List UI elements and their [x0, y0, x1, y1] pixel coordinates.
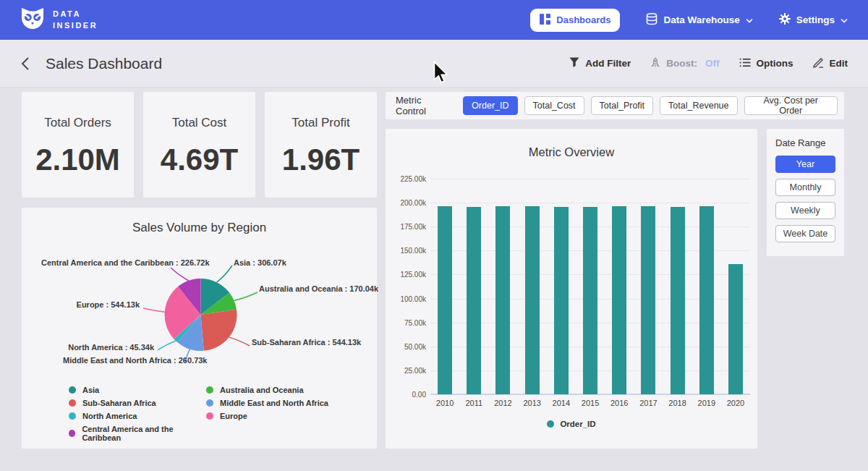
edit-button[interactable]: Edit	[813, 57, 848, 70]
y-tick-label: 225.00k	[400, 175, 426, 183]
pie-callout-sub-saharan-africa: Sub-Saharan Africa : 544.13k	[252, 338, 361, 347]
bar-slot	[634, 179, 663, 394]
rocket-icon	[650, 57, 660, 70]
options-button[interactable]: Options	[739, 58, 793, 69]
pie-callout-north-america: North America : 45.34k	[68, 343, 154, 352]
y-tick-label: 150.00k	[400, 247, 426, 255]
bar-chart-y-axis: 225.00k200.00k175.00k150.00k125.00k100.0…	[386, 179, 426, 394]
kpi-total-orders: Total Orders 2.10M	[22, 92, 134, 198]
y-tick-label: 50.00k	[404, 342, 426, 350]
brand-logo[interactable]: DATA INSIDER	[20, 7, 98, 33]
kpi-value: 1.96T	[265, 143, 377, 177]
pie-leader-line	[217, 266, 232, 282]
bar-chart-title: Metric Overview	[386, 145, 757, 159]
y-tick-label: 125.00k	[400, 271, 426, 279]
bar-2010[interactable]	[438, 206, 452, 394]
metric-control-bar: Metric Control Order_IDTotal_CostTotal_P…	[386, 92, 844, 119]
nav-dashboards-label: Dashboards	[556, 14, 610, 25]
metric-chip-avg-cost-per-order[interactable]: Avg. Cost per Order	[744, 96, 838, 115]
pie-callout-australia-oceania: Australia and Oceania : 170.04k	[259, 284, 378, 293]
nav-data-warehouse[interactable]: Data Warehouse	[646, 13, 752, 27]
x-tick-label: 2014	[547, 399, 576, 407]
metric-chip-order-id[interactable]: Order_ID	[463, 96, 517, 115]
bar-chart-legend: Order_ID	[386, 420, 757, 428]
legend-label: Central America and the Caribbean	[82, 425, 206, 442]
x-tick-label: 2010	[430, 399, 459, 407]
bar-2019[interactable]	[699, 206, 714, 394]
legend-dot	[69, 412, 76, 420]
pie-slice-sub-saharan-africa[interactable]	[201, 310, 237, 351]
kpi-value: 2.10M	[22, 143, 134, 177]
kpi-label: Total Cost	[143, 116, 255, 130]
pie-leader-line	[234, 292, 258, 301]
add-filter-button[interactable]: Add Filter	[569, 57, 631, 69]
bar-slot	[547, 179, 576, 394]
chevron-down-icon	[746, 14, 753, 25]
bar-2020[interactable]	[728, 264, 743, 394]
pie-legend-item-middle-east-and-north-africa[interactable]: Middle East and North Africa	[206, 399, 328, 407]
page-title: Sales Dashboard	[46, 55, 162, 72]
legend-dot	[206, 412, 213, 420]
legend-dot	[69, 399, 76, 407]
bar-slot	[430, 179, 459, 394]
legend-dot	[206, 399, 213, 407]
date-range-weekly[interactable]: Weekly	[775, 202, 835, 219]
metric-chip-total-profit[interactable]: Total_Profit	[591, 96, 654, 115]
brand-name: DATA INSIDER	[53, 9, 98, 32]
date-range-label: Date Range	[775, 137, 835, 148]
bar-2015[interactable]	[583, 207, 597, 394]
kpi-label: Total Orders	[22, 116, 134, 130]
legend-dot	[547, 420, 554, 428]
date-range-monthly[interactable]: Monthly	[775, 179, 835, 196]
metric-chip-total-cost[interactable]: Total_Cost	[524, 96, 584, 115]
boost-toggle[interactable]: Boost:Off	[650, 57, 719, 70]
bar-2011[interactable]	[467, 207, 481, 394]
pie-legend-item-australia-and-oceania[interactable]: Australia and Oceania	[206, 386, 328, 394]
bar-slot	[459, 179, 488, 394]
pie-callout-central-america-caribbean: Central America and the Caribbean : 226.…	[41, 258, 210, 267]
pie-legend-item-sub-saharan-africa[interactable]: Sub-Saharan Africa	[69, 399, 206, 407]
legend-label: Sub-Saharan Africa	[82, 399, 156, 407]
nav-data-warehouse-label: Data Warehouse	[663, 14, 739, 25]
legend-label: North America	[82, 412, 137, 420]
legend-label: Middle East and North Africa	[220, 399, 328, 407]
metric-chips: Order_IDTotal_CostTotal_ProfitTotal_Reve…	[463, 96, 844, 115]
back-button[interactable]	[20, 56, 30, 71]
bar-2014[interactable]	[554, 207, 569, 394]
x-tick-label: 2012	[488, 399, 517, 407]
page-header: Sales Dashboard Add Filter Boost:Off	[0, 40, 868, 88]
pie-callout-middle-east-north-africa: Middle East and North Africa : 260.73k	[63, 356, 207, 365]
pie-leader-line	[143, 308, 165, 312]
kpi-total-cost: Total Cost 4.69T	[143, 92, 255, 198]
legend-label: Order_ID	[560, 420, 595, 428]
bar-slot	[488, 179, 517, 394]
pie-leader-line	[158, 341, 176, 350]
bar-2017[interactable]	[641, 206, 655, 394]
bar-2012[interactable]	[495, 206, 510, 394]
metric-chip-total-revenue[interactable]: Total_Revenue	[660, 96, 737, 115]
pencil-icon	[813, 57, 824, 70]
pie-legend-item-central-america-and-the-caribbean[interactable]: Central America and the Caribbean	[69, 425, 206, 442]
x-tick-label: 2016	[605, 399, 634, 407]
x-tick-label: 2013	[518, 399, 547, 407]
bar-chart-bars	[430, 179, 750, 394]
nav-settings-label: Settings	[796, 14, 835, 25]
x-tick-label: 2020	[721, 399, 750, 407]
metric-overview-card: Metric Overview 225.00k200.00k175.00k150…	[386, 129, 757, 449]
bar-2013[interactable]	[525, 206, 540, 394]
pie-legend-item-north-america[interactable]: North America	[69, 412, 206, 420]
bar-2016[interactable]	[612, 206, 626, 394]
y-tick-label: 25.00k	[404, 366, 426, 374]
bar-slot	[605, 179, 634, 394]
x-tick-label: 2011	[459, 399, 488, 407]
x-tick-label: 2017	[634, 399, 663, 407]
date-range-year[interactable]: Year	[775, 156, 835, 173]
pie-legend-item-europe[interactable]: Europe	[206, 412, 328, 420]
date-range-week-date[interactable]: Week Date	[775, 225, 835, 242]
nav-settings[interactable]: Settings	[779, 13, 848, 27]
bar-2018[interactable]	[671, 207, 685, 394]
nav-dashboards-button[interactable]: Dashboards	[530, 9, 620, 32]
legend-label: Europe	[220, 412, 247, 420]
pie-legend-item-asia[interactable]: Asia	[69, 386, 206, 394]
bar-chart-x-axis: 2010201120122013201420152016201720182019…	[430, 399, 750, 407]
